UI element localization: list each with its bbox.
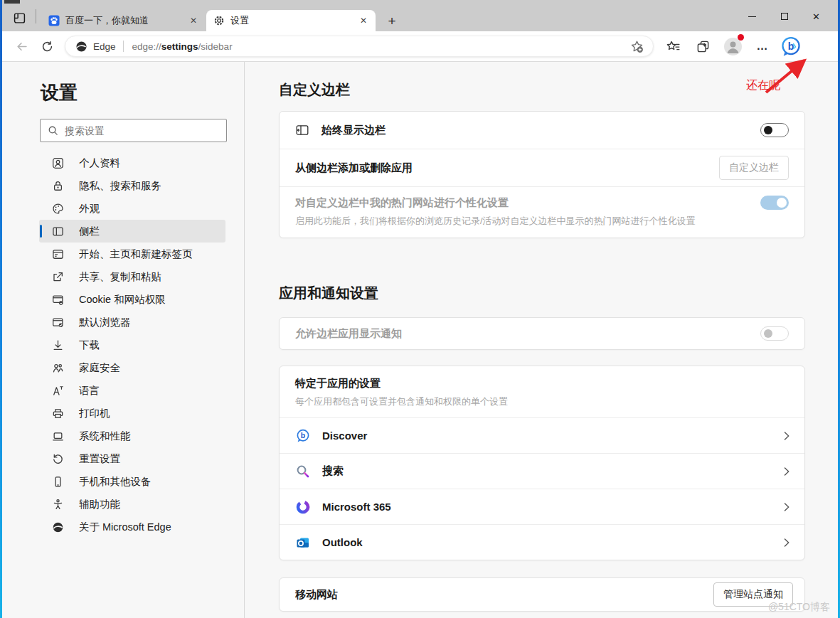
refresh-icon [41,41,53,53]
app-name: Outlook [322,536,363,548]
customize-sidebar-button[interactable]: 自定义边栏 [719,156,789,180]
chevron-right-icon [782,430,792,442]
profile-button[interactable] [722,36,743,57]
allow-notifications-card: 允许边栏应用显示通知 [279,317,805,350]
sidebar-item-languages[interactable]: 语言 [39,379,225,402]
favorites-star-icon [666,40,680,53]
app-row-discover[interactable]: b Discover [280,418,804,453]
window-border-left [0,0,2,618]
sidebar-item-privacy[interactable]: 隐私、搜索和服务 [39,174,225,197]
accessibility-icon [52,499,64,511]
sidebar-item-profile[interactable]: 个人资料 [39,151,225,174]
settings-main-pane: 自定义边栏 始终显示边栏 从侧边栏添加或删除应用 自定义边栏 [245,62,838,618]
collections-button[interactable] [692,36,713,57]
settings-page-title: 设置 [41,80,244,105]
sidebar-item-downloads[interactable]: 下载 [39,334,225,356]
sidebar-item-reset[interactable]: 重置设置 [39,447,225,470]
chevron-right-icon [782,537,792,548]
more-dots-icon: … [757,40,769,53]
discover-bing-icon: b [295,428,311,444]
mobile-sites-label: 移动网站 [295,588,338,602]
app-specific-header: 特定于应用的设置 每个应用都包含可设置并包含通知和权限的单个设置 [280,366,804,417]
tab-settings[interactable]: 设置 ✕ [206,10,376,31]
refresh-button[interactable] [36,36,58,57]
add-favorite-button[interactable] [626,36,647,57]
app-name: 搜索 [322,464,344,478]
sidebar-item-share[interactable]: 共享、复制和粘贴 [39,265,225,288]
sidebar-item-label: 打印机 [79,407,110,420]
baidu-favicon [48,15,60,26]
tab-close-button[interactable]: ✕ [187,14,200,27]
app-row-outlook[interactable]: Outlook [280,525,804,560]
app-specific-settings-card: 特定于应用的设置 每个应用都包含可设置并包含通知和权限的单个设置 b Disco… [279,366,805,560]
sidebar-item-label: 默认浏览器 [79,316,131,329]
address-bar[interactable]: Edge edge://settings/sidebar [65,36,654,57]
personalize-label: 对自定义边栏中我的热门网站进行个性化设置 [295,196,509,210]
watermark: @51CTO博客 [768,601,830,614]
sidebar-item-system[interactable]: 系统和性能 [39,425,225,447]
settings-search-box[interactable] [40,119,227,142]
sidebar-item-printers[interactable]: 打印机 [39,402,225,425]
sidebar-item-label: Cookie 和网站权限 [79,293,166,307]
favorites-button[interactable] [662,36,684,57]
sidebar-item-family[interactable]: 家庭安全 [39,356,225,379]
microsoft-365-icon [295,499,311,515]
bing-chat-button[interactable]: b [780,36,802,57]
sidebar-item-label: 共享、复制和粘贴 [79,270,161,284]
reset-icon [52,453,64,465]
search-input[interactable] [65,125,207,137]
personalize-toggle[interactable] [760,196,789,210]
sidebar-item-cookies[interactable]: Cookie 和网站权限 [39,288,225,311]
app-row-microsoft-365[interactable]: Microsoft 365 [280,489,804,524]
edge-logo-icon [52,521,64,533]
settings-sidebar: 设置 个人资料 隐私、搜索和服务 外观 侧栏 开始、主页和新建标签页 共享、复制… [2,62,245,618]
bing-icon: b [780,36,802,58]
url-host: settings [161,41,198,52]
always-show-sidebar-row: 始终显示边栏 [280,112,804,149]
toolbar: Edge edge://settings/sidebar … b [2,31,838,61]
family-icon [52,362,64,374]
sidebar-item-label: 开始、主页和新建标签页 [79,247,193,261]
close-button[interactable]: ✕ [800,7,832,26]
add-remove-apps-row: 从侧边栏添加或删除应用 自定义边栏 [280,149,804,186]
more-menu-button[interactable]: … [752,36,773,57]
back-button[interactable] [11,36,32,57]
allow-notifications-toggle[interactable] [760,326,789,341]
lock-icon [52,180,64,192]
new-tab-button[interactable]: + [383,13,400,30]
always-show-sidebar-toggle[interactable] [760,123,789,137]
sidebar-item-about[interactable]: 关于 Microsoft Edge [39,516,225,538]
star-plus-icon [630,40,644,53]
minimize-button[interactable] [736,7,768,26]
maximize-button[interactable] [768,7,800,26]
sidebar-item-devices[interactable]: 手机和其他设备 [39,470,225,493]
app-name: Microsoft 365 [322,501,391,513]
sidebar-item-default-browser[interactable]: 默认浏览器 [39,311,225,334]
minimize-icon [748,16,756,17]
svg-text:b: b [301,431,305,439]
always-show-sidebar-label: 始终显示边栏 [321,124,386,137]
sidebar-item-accessibility[interactable]: 辅助功能 [39,493,225,516]
sidebar-item-startpage[interactable]: 开始、主页和新建标签页 [39,243,225,265]
system-icon [52,430,64,442]
allow-notifications-label: 允许边栏应用显示通知 [295,327,402,341]
tab-baidu[interactable]: 百度一下，你就知道 ✕ [41,10,206,31]
phone-icon [52,476,64,488]
share-icon [52,271,64,283]
sidebar-item-label: 辅助功能 [79,498,120,511]
tab-title: 百度一下，你就知道 [65,14,183,27]
tab-actions-icon [14,12,26,24]
tab-close-button[interactable]: ✕ [357,14,370,27]
tab-actions-menu-button[interactable] [11,10,28,26]
personalize-description: 启用此功能后，我们将根据你的浏览历史记录/活动对自定义边栏中显示的热门网站进行个… [295,215,789,228]
sidebar-item-label: 侧栏 [79,225,100,238]
titlebar: 百度一下，你就知道 ✕ 设置 ✕ + ✕ [2,0,838,31]
palette-icon [52,203,64,215]
search-app-icon [295,464,311,479]
sidebar-item-label: 重置设置 [79,452,120,466]
sidebar-item-appearance[interactable]: 外观 [39,197,225,220]
app-name: Discover [322,430,367,442]
app-row-search[interactable]: 搜索 [280,454,804,489]
sidebar-item-sidebar[interactable]: 侧栏 [39,220,225,243]
back-arrow-icon [16,41,28,53]
